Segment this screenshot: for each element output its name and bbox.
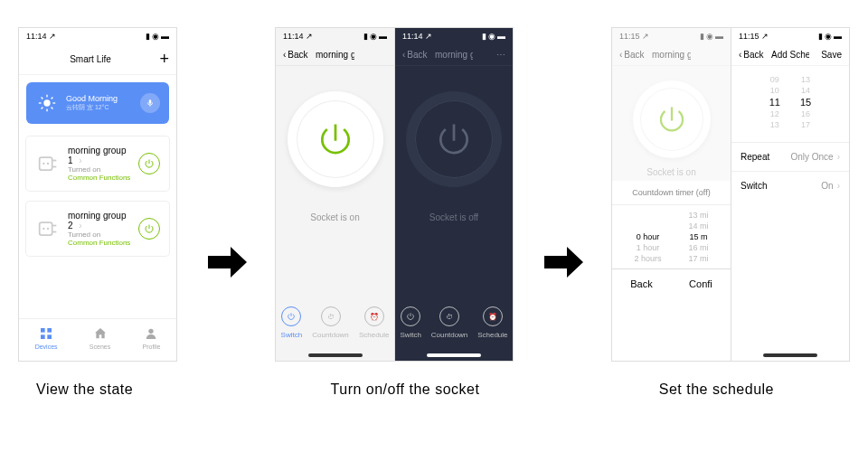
tab-countdown[interactable]: ⏱Countdown — [312, 306, 348, 339]
navbar: ‹Back morning group 1 ⋯ — [395, 44, 513, 66]
status-time: 11:14 — [402, 32, 423, 41]
svg-rect-21 — [41, 334, 45, 339]
confirm-button[interactable]: Confi — [689, 278, 712, 289]
tab-schedule[interactable]: ⏰Schedule — [359, 306, 389, 339]
mic-button[interactable] — [140, 93, 160, 113]
status-bar: 11:14↗ ▮ ◉ ▬ — [19, 28, 176, 44]
svg-line-5 — [42, 98, 43, 99]
status-time: 11:15 — [739, 32, 760, 41]
caption: Set the schedule — [528, 381, 832, 398]
svg-line-6 — [52, 108, 53, 109]
tab-devices[interactable]: Devices — [35, 326, 58, 350]
device-power-button[interactable] — [138, 153, 160, 174]
repeat-row[interactable]: Repeat Only Once› — [731, 142, 849, 171]
phone-countdown: 11:15↗ ▮◉▬ ‹Back morning group 1 Socket … — [611, 27, 731, 362]
page-title: morning group 1 — [652, 50, 691, 60]
schedule-time-picker[interactable]: 09 10 11 12 13 13 14 15 16 17 — [731, 66, 849, 142]
power-toggle[interactable] — [406, 91, 502, 187]
tab-switch[interactable]: Switch — [400, 306, 421, 339]
home-indicator — [427, 353, 481, 357]
svg-point-23 — [149, 329, 154, 334]
chevron-right-icon: › — [79, 221, 81, 231]
svg-rect-14 — [40, 222, 52, 235]
add-button[interactable]: + — [137, 50, 169, 69]
app-title: Smart Life — [44, 54, 137, 64]
status-bar: 11:14↗ ▮◉▬ — [395, 28, 513, 44]
home-indicator — [308, 353, 363, 357]
home-indicator — [763, 353, 817, 357]
save-button[interactable]: Save — [809, 50, 842, 60]
tab-label: Scenes — [90, 344, 110, 350]
device-fn[interactable]: Common Functions — [68, 174, 131, 182]
tab-countdown[interactable]: ⏱Countdown — [431, 306, 467, 339]
row-label: Switch — [741, 181, 767, 191]
location-icon: ↗ — [49, 32, 56, 41]
back-button[interactable]: ‹Back — [283, 50, 316, 60]
navbar: Smart Life + — [19, 44, 176, 75]
navbar: ‹Back morning group 1 — [612, 44, 731, 66]
arrow-icon — [540, 240, 585, 285]
svg-point-17 — [42, 228, 44, 230]
chevron-left-icon: ‹ — [402, 50, 405, 60]
plug-icon — [35, 151, 61, 176]
tab-label: Profile — [143, 344, 161, 350]
battery-icon: ▬ — [161, 32, 169, 41]
tab-label: Devices — [35, 344, 58, 350]
tab-profile[interactable]: Profile — [143, 326, 161, 350]
svg-rect-20 — [47, 328, 52, 333]
home-icon — [93, 326, 108, 341]
power-icon — [144, 223, 155, 234]
countdown-title: Countdown timer (off) — [612, 181, 731, 204]
svg-rect-22 — [47, 334, 52, 339]
device-card[interactable]: morning group 2 › Turned on Common Funct… — [26, 202, 169, 256]
arrow-icon — [203, 240, 249, 285]
tab-scenes[interactable]: Scenes — [90, 326, 110, 350]
tab-schedule[interactable]: ⏰Schedule — [477, 306, 507, 339]
power-icon — [434, 119, 474, 159]
device-power-button[interactable] — [138, 218, 160, 240]
phone-socket-off: 11:14↗ ▮◉▬ ‹Back morning group 1 ⋯ Socke… — [394, 27, 514, 362]
greeting-title: Good Morning — [66, 94, 118, 103]
socket-status: Socket is on — [646, 167, 695, 177]
device-name: morning group 1 — [68, 146, 126, 165]
page-title: Add Schedule — [771, 50, 809, 60]
status-time: 11:15 — [619, 32, 640, 41]
power-toggle[interactable] — [633, 80, 711, 158]
power-toggle[interactable] — [288, 91, 383, 187]
chevron-right-icon: › — [837, 181, 840, 191]
tab-switch[interactable]: Switch — [281, 306, 303, 339]
svg-rect-9 — [40, 157, 52, 170]
plug-icon — [35, 216, 61, 241]
device-card[interactable]: morning group 1 › Turned on Common Funct… — [26, 137, 169, 191]
chevron-right-icon: › — [79, 155, 81, 165]
svg-line-8 — [52, 98, 53, 99]
sun-icon — [37, 93, 57, 113]
device-state: Turned on — [68, 231, 131, 239]
navbar: ‹Back Add Schedule Save — [731, 44, 849, 66]
time-picker[interactable]: - - 0 hour 1 hour 2 hours 13 mi 14 mi 15… — [612, 204, 731, 268]
device-fn[interactable]: Common Functions — [68, 239, 131, 247]
back-button[interactable]: ‹Back — [739, 50, 771, 60]
status-time: 11:14 — [26, 32, 47, 41]
navbar: ‹Back morning group 1 — [276, 44, 394, 66]
caption: Turn on/off the socket — [282, 381, 528, 398]
status-bar: 11:14↗ ▮◉▬ — [276, 28, 394, 44]
mic-icon — [146, 99, 155, 108]
switch-row[interactable]: Switch On› — [731, 171, 849, 200]
caption: View the state — [36, 381, 282, 398]
page-title: morning group 1 — [435, 50, 473, 60]
svg-point-0 — [43, 99, 50, 106]
greeting-sub: 云转阴 宜 12°C — [66, 103, 118, 112]
svg-rect-19 — [41, 328, 45, 333]
power-icon — [144, 158, 155, 169]
greeting-card[interactable]: Good Morning 云转阴 宜 12°C — [26, 82, 169, 124]
back-button[interactable]: ‹Back — [402, 50, 435, 60]
svg-point-13 — [47, 163, 49, 165]
status-bar: 11:15↗ ▮◉▬ — [731, 28, 849, 44]
phone-add-schedule: 11:15↗ ▮◉▬ ‹Back Add Schedule Save 09 10… — [731, 27, 850, 362]
svg-point-12 — [42, 163, 44, 165]
back-button[interactable]: Back — [630, 278, 652, 289]
phone-socket-on: 11:14↗ ▮◉▬ ‹Back morning group 1 Socket … — [275, 27, 394, 362]
back-button[interactable]: ‹Back — [619, 50, 652, 60]
more-button[interactable]: ⋯ — [473, 50, 505, 60]
